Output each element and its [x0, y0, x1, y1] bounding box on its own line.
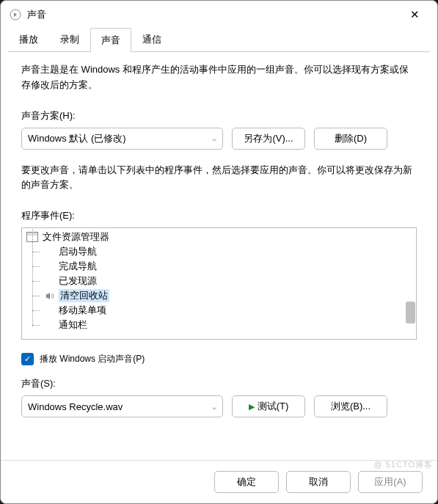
- tree-item[interactable]: 完成导航: [22, 259, 416, 274]
- tree-item[interactable]: 通知栏: [22, 318, 416, 332]
- scheme-select[interactable]: Windows 默认 (已修改) ⌵: [21, 128, 223, 150]
- tab-content: 声音主题是在 Windows 和程序产生的活动事件中应用的一组声音。你可以选择现…: [1, 52, 437, 460]
- scheme-selected-value: Windows 默认 (已修改): [28, 132, 126, 145]
- tree-root-label: 文件资源管理器: [43, 230, 109, 244]
- tree-item[interactable]: 启动导航: [22, 244, 416, 259]
- tree-item-label: 移动菜单项: [59, 304, 106, 317]
- tree-item[interactable]: 已发现源: [22, 274, 416, 288]
- tree-item-label: 清空回收站: [59, 289, 109, 302]
- window-title: 声音: [27, 8, 401, 21]
- sound-label: 声音(S):: [21, 377, 417, 390]
- cancel-button[interactable]: 取消: [286, 471, 351, 493]
- close-button[interactable]: ✕: [401, 4, 428, 26]
- sound-dialog: 声音 ✕ 播放 录制 声音 通信 声音主题是在 Windows 和程序产生的活动…: [0, 0, 438, 504]
- scheme-label: 声音方案(H):: [21, 109, 417, 123]
- no-sound-icon: [44, 305, 56, 315]
- tree-item-label: 启动导航: [59, 245, 97, 258]
- startup-sound-row[interactable]: ✓ 播放 Windows 启动声音(P): [21, 353, 417, 365]
- events-label: 程序事件(E):: [21, 209, 417, 222]
- tree-item-selected[interactable]: 清空回收站: [22, 288, 416, 303]
- speaker-icon: [44, 291, 56, 301]
- scrollbar-thumb[interactable]: [406, 302, 415, 324]
- startup-label: 播放 Windows 启动声音(P): [40, 353, 145, 365]
- tab-playback[interactable]: 播放: [8, 27, 49, 51]
- ok-button[interactable]: 确定: [214, 471, 279, 493]
- events-tree[interactable]: 文件资源管理器 启动导航 完成导航 已发现源: [21, 227, 417, 340]
- test-button[interactable]: ▶ 测试(T): [232, 395, 305, 417]
- no-sound-icon: [44, 246, 56, 257]
- scheme-description: 声音主题是在 Windows 和程序产生的活动事件中应用的一组声音。你可以选择现…: [21, 62, 417, 93]
- tree-item[interactable]: 移动菜单项: [22, 303, 416, 318]
- delete-button[interactable]: 删除(D): [314, 128, 387, 150]
- tree-item-label: 通知栏: [59, 318, 87, 332]
- test-label: 测试(T): [258, 400, 289, 413]
- startup-checkbox[interactable]: ✓: [21, 353, 34, 365]
- apply-button[interactable]: 应用(A): [358, 471, 423, 493]
- no-sound-icon: [44, 320, 56, 330]
- play-icon: ▶: [249, 402, 255, 412]
- no-sound-icon: [44, 276, 56, 286]
- sound-select[interactable]: Windows Recycle.wav ⌵: [21, 395, 223, 417]
- sound-icon: [10, 9, 21, 21]
- browse-button[interactable]: 浏览(B)...: [314, 395, 387, 417]
- titlebar: 声音 ✕: [1, 1, 437, 29]
- explorer-icon: [26, 232, 38, 242]
- tree-item-label: 完成导航: [59, 260, 97, 273]
- tree-root[interactable]: 文件资源管理器: [22, 230, 416, 244]
- chevron-down-icon: ⌵: [212, 134, 216, 142]
- tab-recording[interactable]: 录制: [49, 27, 90, 51]
- tab-sounds[interactable]: 声音: [90, 28, 131, 52]
- chevron-down-icon: ⌵: [212, 403, 216, 411]
- tree-item-label: 已发现源: [59, 274, 97, 288]
- save-as-button[interactable]: 另存为(V)...: [232, 128, 305, 150]
- no-sound-icon: [44, 261, 56, 271]
- tab-strip: 播放 录制 声音 通信: [1, 27, 437, 51]
- tab-communications[interactable]: 通信: [131, 27, 172, 51]
- dialog-footer: 确定 取消 应用(A): [1, 460, 437, 503]
- watermark: @ 51CTO博客: [374, 459, 433, 470]
- events-description: 要更改声音，请单击以下列表中的程序事件，然后选择要应用的声音。你可以将更改保存为…: [21, 163, 417, 194]
- sound-selected-value: Windows Recycle.wav: [28, 401, 123, 412]
